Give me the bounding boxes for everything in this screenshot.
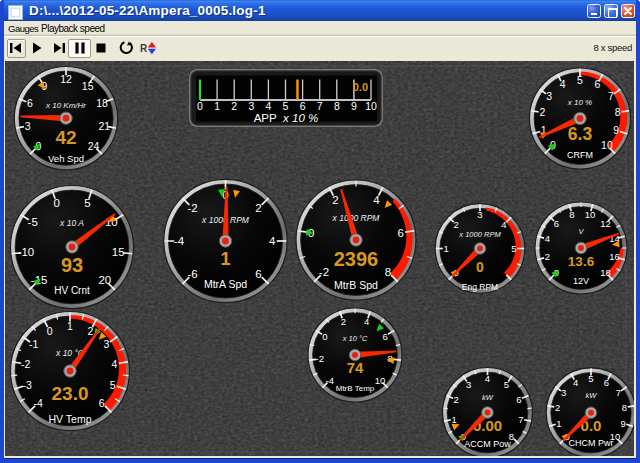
svg-text:10: 10 (601, 139, 613, 151)
svg-text:6: 6 (382, 331, 387, 342)
svg-text:3: 3 (466, 379, 471, 390)
svg-text:R: R (140, 43, 148, 54)
svg-text:3: 3 (477, 209, 482, 220)
svg-text:6: 6 (398, 227, 404, 239)
svg-text:-5: -5 (28, 216, 38, 228)
svg-text:-2: -2 (316, 353, 324, 364)
svg-text:5: 5 (588, 373, 593, 384)
svg-text:0: 0 (476, 259, 484, 275)
svg-text:6: 6 (99, 397, 105, 409)
svg-text:-3: -3 (23, 379, 32, 391)
svg-text:21: 21 (98, 120, 110, 132)
svg-text:-10: -10 (18, 246, 35, 258)
svg-text:x 10 A: x 10 A (59, 218, 84, 228)
svg-text:2: 2 (332, 194, 338, 206)
svg-text:6.3: 6.3 (568, 124, 593, 144)
svg-text:-1: -1 (29, 338, 38, 350)
svg-text:0: 0 (322, 331, 327, 342)
svg-text:2: 2 (255, 202, 261, 214)
svg-text:1: 1 (214, 100, 220, 112)
svg-text:-6: -6 (187, 268, 197, 280)
svg-text:42: 42 (55, 127, 76, 148)
svg-text:16: 16 (609, 251, 620, 262)
svg-text:MtrB Spd: MtrB Spd (334, 279, 378, 291)
svg-text:1: 1 (556, 418, 561, 429)
svg-text:15: 15 (82, 80, 94, 92)
svg-text:15: 15 (112, 246, 125, 258)
svg-text:18: 18 (96, 97, 108, 109)
svg-text:9: 9 (621, 418, 626, 429)
svg-text:9: 9 (351, 100, 357, 112)
svg-text:CHCM Pwr: CHCM Pwr (569, 438, 614, 448)
svg-text:93: 93 (61, 254, 83, 276)
svg-text:1: 1 (452, 414, 457, 425)
svg-text:5: 5 (84, 197, 90, 209)
svg-text:-4: -4 (326, 375, 334, 386)
svg-text:13.6: 13.6 (568, 254, 595, 269)
svg-text:7: 7 (518, 414, 523, 425)
svg-text:6: 6 (27, 97, 33, 109)
svg-text:8: 8 (334, 100, 340, 112)
svg-text:5: 5 (504, 379, 509, 390)
svg-text:APP x 10 %: APP x 10 % (254, 112, 319, 124)
svg-text:kW: kW (586, 391, 598, 400)
svg-text:7: 7 (317, 100, 323, 112)
svg-text:MtrA Spd: MtrA Spd (204, 278, 247, 290)
svg-text:10: 10 (365, 100, 377, 112)
svg-text:6: 6 (554, 218, 559, 229)
svg-text:1: 1 (67, 320, 73, 332)
svg-text:6: 6 (604, 377, 609, 388)
svg-text:6: 6 (300, 100, 306, 112)
svg-text:HV Temp: HV Temp (49, 413, 92, 425)
svg-text:18: 18 (600, 267, 611, 278)
svg-text:5: 5 (577, 74, 583, 86)
svg-text:Eng RPM: Eng RPM (462, 282, 498, 292)
svg-text:24: 24 (88, 140, 100, 152)
svg-text:-2: -2 (319, 266, 329, 278)
svg-text:4: 4 (111, 358, 117, 370)
svg-text:74: 74 (347, 359, 364, 376)
svg-text:4: 4 (373, 194, 380, 206)
svg-text:0: 0 (47, 325, 53, 337)
svg-text:9: 9 (613, 124, 619, 136)
svg-text:8: 8 (622, 402, 627, 413)
svg-text:10: 10 (375, 375, 386, 386)
svg-text:3: 3 (25, 120, 31, 132)
svg-text:7: 7 (616, 387, 621, 398)
svg-text:CRFM: CRFM (567, 150, 593, 160)
svg-text:2: 2 (341, 316, 346, 327)
svg-text:x 10 Km/Hr: x 10 Km/Hr (45, 101, 86, 110)
svg-text:2: 2 (453, 219, 458, 230)
svg-text:6: 6 (594, 78, 600, 90)
svg-text:2: 2 (231, 100, 237, 112)
svg-text:4: 4 (364, 316, 369, 327)
svg-text:x 10 °C: x 10 °C (342, 334, 368, 343)
svg-text:3: 3 (546, 90, 552, 102)
svg-text:1: 1 (444, 243, 449, 254)
svg-text:Veh Spd: Veh Spd (48, 153, 84, 164)
svg-text:2: 2 (453, 394, 458, 405)
svg-text:2: 2 (539, 106, 545, 118)
svg-text:20: 20 (98, 274, 111, 286)
svg-text:3: 3 (248, 100, 254, 112)
svg-text:8: 8 (569, 209, 574, 220)
svg-text:HV Crnt: HV Crnt (54, 285, 90, 296)
svg-text:4: 4 (265, 100, 271, 112)
svg-text:4: 4 (269, 235, 276, 247)
svg-text:5: 5 (283, 100, 289, 112)
svg-text:x 1000 RPM: x 1000 RPM (332, 213, 381, 223)
svg-text:6: 6 (516, 394, 521, 405)
svg-text:4: 4 (485, 373, 490, 384)
svg-text:2: 2 (545, 251, 550, 262)
svg-text:1: 1 (220, 249, 230, 269)
svg-text:-4: -4 (34, 397, 43, 409)
svg-text:23.0: 23.0 (52, 383, 89, 404)
svg-text:4: 4 (573, 377, 578, 388)
svg-text:4: 4 (560, 78, 566, 90)
svg-text:4: 4 (545, 233, 550, 244)
svg-text:12V: 12V (573, 276, 589, 286)
svg-text:3: 3 (561, 387, 566, 398)
svg-text:x 1000 RPM: x 1000 RPM (458, 230, 501, 239)
svg-text:10: 10 (585, 209, 596, 220)
svg-text:2: 2 (555, 402, 560, 413)
